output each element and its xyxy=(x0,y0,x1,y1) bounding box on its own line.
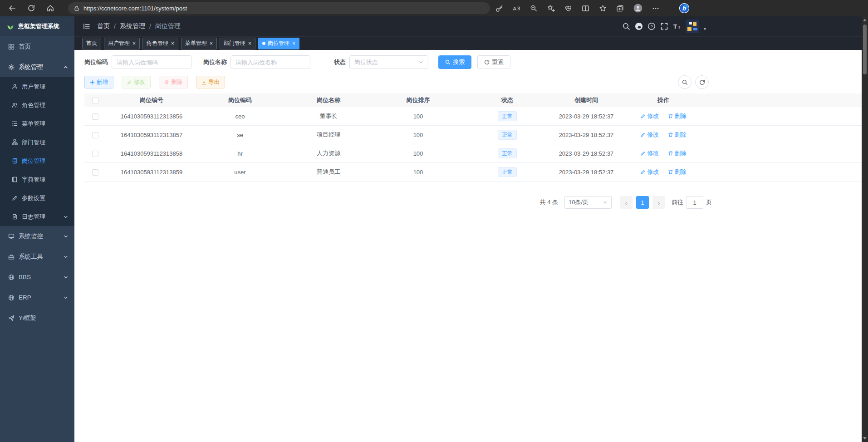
sidebar-item-bbs[interactable]: BBS xyxy=(0,267,74,287)
search-button[interactable]: 搜索 xyxy=(438,55,471,69)
scroll-down-icon[interactable] xyxy=(863,437,867,440)
copilot-icon[interactable]: b xyxy=(679,3,690,14)
fullscreen-icon[interactable] xyxy=(660,22,668,30)
row-delete-button[interactable]: 删除 xyxy=(668,168,687,176)
github-icon[interactable] xyxy=(635,22,643,30)
toggle-search-button[interactable] xyxy=(678,75,691,89)
goto-page-input[interactable] xyxy=(686,196,703,209)
tab-role-mgmt[interactable]: 角色管理 × xyxy=(142,38,178,49)
page-scrollbar[interactable] xyxy=(862,16,868,442)
more-menu-icon[interactable]: … xyxy=(652,5,659,9)
favorites-add-icon[interactable] xyxy=(547,5,555,12)
sidebar-item-system-tools[interactable]: 系统工具 xyxy=(0,246,74,267)
header-search-icon[interactable] xyxy=(622,22,630,30)
cell-create-time: 2023-03-29 18:52:37 xyxy=(552,107,620,126)
avatar-dropdown-caret-icon[interactable]: ▾ xyxy=(704,26,706,31)
breadcrumb-home[interactable]: 首页 xyxy=(97,22,110,30)
favorites-icon[interactable] xyxy=(599,5,607,12)
row-checkbox[interactable] xyxy=(92,113,98,120)
user-icon xyxy=(12,83,18,89)
back-icon[interactable] xyxy=(8,4,16,12)
home-icon[interactable] xyxy=(46,4,54,12)
sidebar-item-system-monitor[interactable]: 系统监控 xyxy=(0,226,74,246)
tab-menu-mgmt[interactable]: 菜单管理 × xyxy=(181,38,217,49)
screen: https://ccnetcore.com:1101/system/post A xyxy=(0,0,868,442)
sidebar-item-dict-mgmt[interactable]: 字典管理 xyxy=(0,170,74,189)
zoom-icon[interactable] xyxy=(530,5,538,12)
row-checkbox[interactable] xyxy=(92,151,98,157)
page-size-select[interactable]: 10条/页 xyxy=(564,196,612,209)
sidebar-item-post-mgmt[interactable]: 岗位管理 xyxy=(0,152,74,170)
url-bar[interactable]: https://ccnetcore.com:1101/system/post xyxy=(68,2,490,14)
breadcrumb-system-mgmt[interactable]: 系统管理 xyxy=(120,22,145,30)
sidebar-item-param-settings[interactable]: 参数设置 xyxy=(0,189,74,207)
read-aloud-icon[interactable]: A xyxy=(513,5,520,12)
collections-icon[interactable] xyxy=(616,5,624,12)
tab-home[interactable]: 首页 xyxy=(82,38,101,49)
lock-icon[interactable] xyxy=(74,5,80,12)
close-icon[interactable]: × xyxy=(210,41,213,46)
refresh-icon[interactable] xyxy=(27,4,35,12)
row-edit-button[interactable]: 修改 xyxy=(640,112,659,120)
sidebar-item-yi-framework[interactable]: Yi框架 xyxy=(0,308,74,328)
split-screen-icon[interactable] xyxy=(582,5,589,12)
row-delete-button[interactable]: 删除 xyxy=(668,131,687,139)
post-name-input[interactable] xyxy=(230,55,310,69)
next-page-button[interactable]: › xyxy=(652,196,665,209)
cell-post-name: 项目经理 xyxy=(283,126,374,144)
font-size-icon[interactable]: TT xyxy=(673,22,681,30)
app-header: 首页 / 系统管理 / 岗位管理 ? TT ▾ xyxy=(74,16,868,36)
tree-icon xyxy=(12,139,18,145)
sidebar-item-erp[interactable]: ERP xyxy=(0,287,74,308)
browser-actions: A … xyxy=(495,3,690,14)
cell-post-sort: 100 xyxy=(374,126,462,144)
close-icon[interactable]: × xyxy=(132,41,136,46)
browser-essentials-icon[interactable] xyxy=(564,5,572,12)
select-all-checkbox[interactable] xyxy=(92,98,98,104)
sidebar-item-log-mgmt[interactable]: 日志管理 xyxy=(0,207,74,226)
table-header-row: 岗位编号 岗位编码 岗位名称 岗位排序 状态 创建时间 操作 xyxy=(84,93,868,107)
delete-button[interactable]: 删除 xyxy=(159,76,188,88)
password-key-icon[interactable] xyxy=(495,5,503,12)
scrollbar-thumb[interactable] xyxy=(863,25,867,74)
refresh-table-button[interactable] xyxy=(695,75,709,89)
sidebar-item-role-mgmt[interactable]: 角色管理 xyxy=(0,96,74,114)
col-filler xyxy=(706,93,868,107)
tab-dept-mgmt[interactable]: 部门管理 × xyxy=(220,38,255,49)
status-select[interactable]: 岗位状态 xyxy=(349,55,428,69)
tab-post-mgmt[interactable]: 岗位管理 × xyxy=(258,38,299,49)
sidebar-item-system-mgmt[interactable]: 系统管理 xyxy=(0,57,74,77)
edit-button[interactable]: 修改 xyxy=(122,76,151,88)
row-checkbox[interactable] xyxy=(92,169,98,176)
add-button[interactable]: 新增 xyxy=(84,76,113,88)
row-edit-button[interactable]: 修改 xyxy=(640,168,659,176)
app-logo[interactable]: 意框架管理系统 xyxy=(0,16,74,36)
sidebar-item-home[interactable]: 首页 xyxy=(0,36,74,57)
app-title: 意框架管理系统 xyxy=(18,22,59,30)
sidebar-toggle-icon[interactable] xyxy=(83,22,91,30)
row-delete-button[interactable]: 删除 xyxy=(668,149,687,157)
prev-page-button[interactable]: ‹ xyxy=(620,196,633,209)
page-1-button[interactable]: 1 xyxy=(636,196,649,209)
scroll-up-icon[interactable] xyxy=(863,19,867,21)
row-edit-button[interactable]: 修改 xyxy=(640,149,659,157)
close-icon[interactable]: × xyxy=(171,41,174,46)
user-avatar[interactable] xyxy=(686,20,699,33)
sidebar-item-menu-mgmt[interactable]: 菜单管理 xyxy=(0,114,74,133)
sidebar-item-user-mgmt[interactable]: 用户管理 xyxy=(0,77,74,96)
edit-icon xyxy=(12,195,18,201)
tab-user-mgmt[interactable]: 用户管理 × xyxy=(104,38,140,49)
row-delete-button[interactable]: 删除 xyxy=(668,112,687,120)
sidebar-item-dept-mgmt[interactable]: 部门管理 xyxy=(0,133,74,152)
help-icon[interactable]: ? xyxy=(647,22,656,30)
close-icon[interactable]: × xyxy=(248,41,251,46)
export-button[interactable]: 导出 xyxy=(196,76,225,88)
profile-avatar-icon[interactable] xyxy=(633,4,642,13)
row-checkbox[interactable] xyxy=(92,132,98,138)
reset-button[interactable]: 重置 xyxy=(477,55,510,69)
row-edit-button[interactable]: 修改 xyxy=(640,131,659,139)
pagination: 共 4 条 10条/页 ‹ 1 › 前往 页 xyxy=(84,196,868,209)
close-icon[interactable]: × xyxy=(292,41,295,46)
tree-table-icon xyxy=(12,121,18,127)
post-code-input[interactable] xyxy=(112,55,191,69)
